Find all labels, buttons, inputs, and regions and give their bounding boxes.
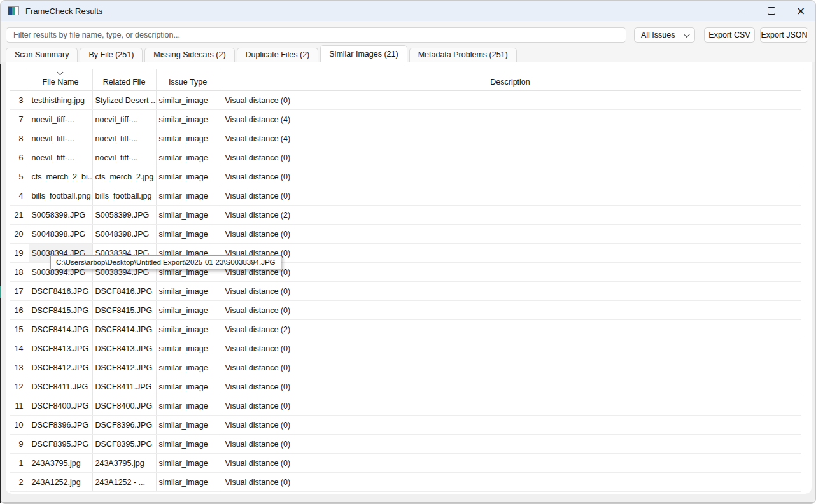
description-cell[interactable]: Visual distance (0) xyxy=(220,167,801,186)
row-number-cell[interactable]: 16 xyxy=(10,301,29,320)
description-cell[interactable]: Visual distance (0) xyxy=(220,91,801,110)
description-cell[interactable]: Visual distance (0) xyxy=(220,186,801,206)
description-cell[interactable]: Visual distance (0) xyxy=(220,148,801,167)
row-number-cell[interactable]: 1 xyxy=(10,454,29,473)
tab-metadata-problems-251[interactable]: Metadata Problems (251) xyxy=(409,48,517,62)
issue-type-cell[interactable]: similar_image xyxy=(156,148,220,167)
file-name-cell[interactable]: noevil_tiff-... xyxy=(29,148,92,167)
issue-type-cell[interactable]: similar_image xyxy=(156,206,220,225)
related-file-cell[interactable]: 243A3795.jpg xyxy=(92,454,156,473)
file-name-cell[interactable]: DSCF8413.JPG xyxy=(29,339,92,358)
description-cell[interactable]: Visual distance (4) xyxy=(220,129,801,148)
related-file-cell[interactable]: noevil_tiff-... xyxy=(92,110,156,129)
file-name-cell[interactable]: DSCF8415.JPG xyxy=(29,301,92,320)
related-file-cell[interactable]: DSCF8411.JPG xyxy=(92,377,156,396)
file-name-cell[interactable]: cts_merch_2_bi... xyxy=(29,167,92,186)
filter-input[interactable] xyxy=(6,27,626,43)
description-cell[interactable]: Visual distance (0) xyxy=(220,282,801,301)
tab-duplicate-files-2[interactable]: Duplicate Files (2) xyxy=(237,48,319,62)
row-number-cell[interactable]: 14 xyxy=(10,339,29,358)
related-file-cell[interactable]: DSCF8412.JPG xyxy=(92,358,156,377)
description-cell[interactable]: Visual distance (0) xyxy=(220,339,801,358)
description-cell[interactable]: Visual distance (2) xyxy=(220,320,801,339)
issue-type-cell[interactable]: similar_image xyxy=(156,358,220,377)
issue-type-cell[interactable]: similar_image xyxy=(156,396,220,416)
row-number-cell[interactable]: 13 xyxy=(10,358,29,377)
file-name-cell[interactable]: noevil_tiff-... xyxy=(29,110,92,129)
description-cell[interactable]: Visual distance (0) xyxy=(220,396,801,416)
issue-type-cell[interactable]: similar_image xyxy=(156,129,220,148)
issue-type-cell[interactable]: similar_image xyxy=(156,320,220,339)
description-cell[interactable]: Visual distance (0) xyxy=(220,244,801,263)
related-file-cell[interactable]: noevil_tiff-... xyxy=(92,148,156,167)
row-number-cell[interactable]: 20 xyxy=(10,225,29,244)
description-cell[interactable]: Visual distance (0) xyxy=(220,435,801,454)
row-number-cell[interactable]: 4 xyxy=(10,186,29,206)
issue-type-cell[interactable]: similar_image xyxy=(156,91,220,110)
export-json-button[interactable]: Export JSON xyxy=(760,27,808,43)
file-name-cell[interactable]: DSCF8411.JPG xyxy=(29,377,92,396)
row-number-cell[interactable]: 15 xyxy=(10,320,29,339)
issue-type-cell[interactable]: similar_image xyxy=(156,110,220,129)
description-cell[interactable]: Visual distance (0) xyxy=(220,225,801,244)
row-number-cell[interactable]: 21 xyxy=(10,206,29,225)
row-number-cell[interactable]: 12 xyxy=(10,377,29,396)
row-number-cell[interactable]: 17 xyxy=(10,282,29,301)
file-name-cell[interactable]: testhisthing.jpg xyxy=(29,91,92,110)
export-csv-button[interactable]: Export CSV xyxy=(704,27,755,43)
file-name-cell[interactable]: 243A3795.jpg xyxy=(29,454,92,473)
description-cell[interactable]: Visual distance (0) xyxy=(220,416,801,435)
related-file-cell[interactable]: DSCF8415.JPG xyxy=(92,301,156,320)
related-file-cell[interactable]: S0048398.JPG xyxy=(92,225,156,244)
issue-filter-dropdown[interactable]: All Issues xyxy=(634,27,695,43)
issue-type-cell[interactable]: similar_image xyxy=(156,167,220,186)
related-file-cell[interactable]: bills_football.jpg xyxy=(92,186,156,206)
tab-missing-sidecars-2[interactable]: Missing Sidecars (2) xyxy=(144,48,234,62)
column-header-issue-type[interactable]: Issue Type xyxy=(156,69,220,91)
description-cell[interactable]: Visual distance (0) xyxy=(220,473,801,492)
description-cell[interactable]: Visual distance (0) xyxy=(220,301,801,320)
issue-type-cell[interactable]: similar_image xyxy=(156,186,220,206)
issue-type-cell[interactable]: similar_image xyxy=(156,282,220,301)
related-file-cell[interactable]: DSCF8416.JPG xyxy=(92,282,156,301)
related-file-cell[interactable]: cts_merch_2.jpg xyxy=(92,167,156,186)
file-name-cell[interactable]: DSCF8400.JPG xyxy=(29,396,92,416)
row-number-cell[interactable]: 9 xyxy=(10,435,29,454)
related-file-cell[interactable]: DSCF8413.JPG xyxy=(92,339,156,358)
issue-type-cell[interactable]: similar_image xyxy=(156,339,220,358)
description-cell[interactable]: Visual distance (0) xyxy=(220,454,801,473)
column-header-file-name[interactable]: File Name xyxy=(29,69,92,91)
column-header-related-file[interactable]: Related File xyxy=(92,69,156,91)
issue-type-cell[interactable]: similar_image xyxy=(156,416,220,435)
maximize-button[interactable] xyxy=(757,1,786,21)
file-name-cell[interactable]: DSCF8396.JPG xyxy=(29,416,92,435)
row-number-cell[interactable]: 10 xyxy=(10,416,29,435)
description-cell[interactable]: Visual distance (0) xyxy=(220,358,801,377)
related-file-cell[interactable]: Stylized Desert ... xyxy=(92,91,156,110)
row-number-cell[interactable]: 19 xyxy=(10,244,29,263)
file-name-cell[interactable]: 243A1252.jpg xyxy=(29,473,92,492)
related-file-cell[interactable]: DSCF8400.JPG xyxy=(92,396,156,416)
file-name-cell[interactable]: noevil_tiff-... xyxy=(29,129,92,148)
minimize-button[interactable] xyxy=(728,1,757,21)
row-number-cell[interactable]: 5 xyxy=(10,167,29,186)
file-name-cell[interactable]: S0058399.JPG xyxy=(29,206,92,225)
description-cell[interactable]: Visual distance (4) xyxy=(220,110,801,129)
issue-type-cell[interactable]: similar_image xyxy=(156,225,220,244)
issue-type-cell[interactable]: similar_image xyxy=(156,301,220,320)
file-name-cell[interactable]: DSCF8416.JPG xyxy=(29,282,92,301)
related-file-cell[interactable]: S0058399.JPG xyxy=(92,206,156,225)
related-file-cell[interactable]: DSCF8395.JPG xyxy=(92,435,156,454)
related-file-cell[interactable]: DSCF8414.JPG xyxy=(92,320,156,339)
row-number-cell[interactable]: 6 xyxy=(10,148,29,167)
row-number-cell[interactable]: 18 xyxy=(10,263,29,282)
tab-similar-images-21[interactable]: Similar Images (21) xyxy=(320,45,407,62)
tab-scan-summary[interactable]: Scan Summary xyxy=(6,48,78,62)
tab-by-file-251[interactable]: By File (251) xyxy=(80,48,143,62)
row-number-cell[interactable]: 7 xyxy=(10,110,29,129)
file-name-cell[interactable]: DSCF8412.JPG xyxy=(29,358,92,377)
issue-type-cell[interactable]: similar_image xyxy=(156,377,220,396)
issue-type-cell[interactable]: similar_image xyxy=(156,454,220,473)
description-cell[interactable]: Visual distance (0) xyxy=(220,377,801,396)
row-number-cell[interactable]: 2 xyxy=(10,473,29,492)
